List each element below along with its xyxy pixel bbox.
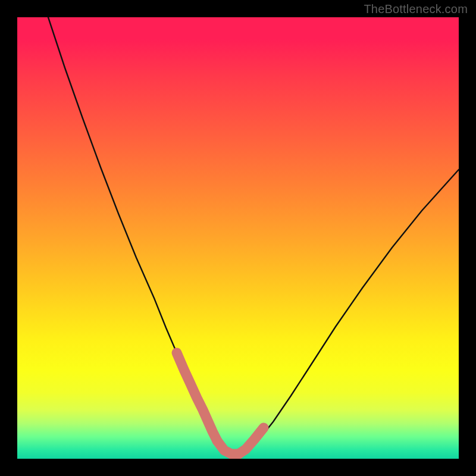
chart-stage: TheBottleneck.com <box>0 0 476 476</box>
bottleneck-curve <box>48 17 459 455</box>
watermark-text: TheBottleneck.com <box>364 2 468 16</box>
curve-overlay <box>17 17 459 459</box>
left-marker-segment <box>177 353 217 441</box>
plot-area <box>17 17 459 459</box>
right-marker-segment <box>239 428 264 454</box>
